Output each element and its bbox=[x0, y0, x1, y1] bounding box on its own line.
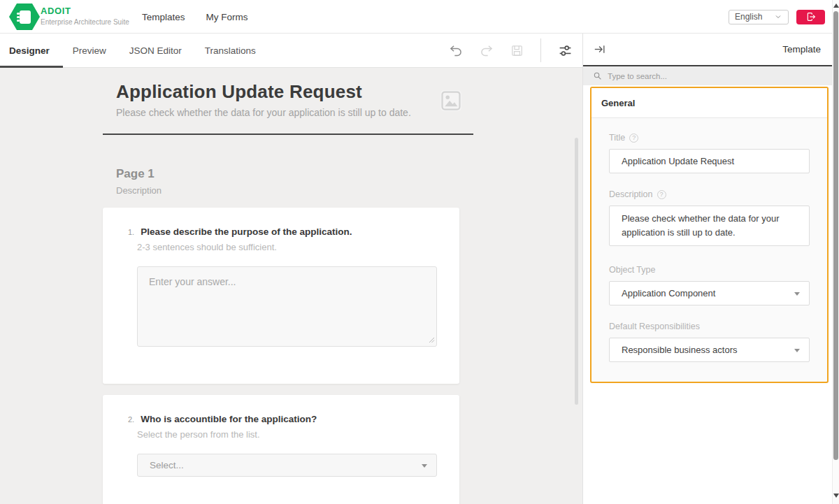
field-description: Description ? Please check whether the d… bbox=[609, 189, 810, 249]
book-icon bbox=[20, 10, 31, 24]
search-icon bbox=[593, 71, 603, 81]
app-window: ADOIT Enterprise Architecture Suite Temp… bbox=[0, 0, 839, 504]
form-title[interactable]: Application Update Request bbox=[116, 81, 362, 103]
field-object-type: Object Type Application Component bbox=[609, 265, 810, 305]
editor-tabbar: Designer Preview JSON Editor Translation… bbox=[0, 34, 582, 68]
question-1-hint: 2-3 sentences should be sufficient. bbox=[137, 242, 459, 252]
panel-header: Template bbox=[583, 34, 832, 66]
logout-button[interactable] bbox=[796, 10, 825, 24]
tab-designer[interactable]: Designer bbox=[9, 45, 50, 56]
canvas-scrollbar-thumb[interactable] bbox=[575, 138, 578, 405]
image-icon bbox=[440, 90, 461, 111]
settings-sliders-icon[interactable] bbox=[558, 43, 573, 58]
resize-handle-icon[interactable] bbox=[428, 336, 435, 343]
form-description[interactable]: Please check whether the data for your a… bbox=[116, 107, 411, 118]
tab-json-editor[interactable]: JSON Editor bbox=[129, 45, 182, 56]
field-default-responsibilities-label-row: Default Responsibilities bbox=[609, 322, 810, 331]
question-2-hint: Select the person from the list. bbox=[137, 429, 459, 440]
help-icon[interactable]: ? bbox=[629, 134, 638, 143]
general-section-header: General bbox=[591, 88, 827, 118]
question-2-header: 2. Who is accountible for the applicatio… bbox=[103, 395, 459, 424]
top-navigation: Templates My Forms bbox=[142, 0, 248, 34]
page-subtitle[interactable]: Description bbox=[116, 185, 162, 196]
nav-item-my-forms[interactable]: My Forms bbox=[206, 12, 248, 22]
header-controls: English bbox=[729, 0, 825, 34]
top-header: ADOIT Enterprise Architecture Suite Temp… bbox=[0, 0, 839, 34]
collapse-panel-icon[interactable] bbox=[593, 43, 606, 56]
object-type-select-value: Application Component bbox=[622, 288, 715, 298]
question-1-answer-wrap bbox=[137, 266, 437, 347]
scrollbar-up-arrow-icon[interactable] bbox=[833, 3, 839, 8]
caret-down-icon bbox=[794, 292, 800, 296]
general-section-body: Title ? Description ? Please check wheth… bbox=[591, 118, 827, 362]
undo-icon[interactable] bbox=[449, 43, 463, 57]
question-2-select[interactable]: Select... bbox=[137, 454, 437, 477]
logout-icon bbox=[805, 11, 817, 22]
default-responsibilities-select[interactable]: Responsible business actors bbox=[609, 338, 810, 362]
field-description-label: Description bbox=[609, 189, 653, 199]
brand-block: ADOIT Enterprise Architecture Suite bbox=[41, 6, 129, 26]
language-select[interactable]: English bbox=[729, 10, 789, 24]
question-2-title: Who is accountible for the application? bbox=[141, 414, 317, 424]
field-default-responsibilities: Default Responsibilities Responsible bus… bbox=[609, 322, 810, 362]
editor-toolbar bbox=[449, 34, 573, 67]
question-1-title: Please describe the purpose of the appli… bbox=[141, 226, 352, 237]
toolbar-divider bbox=[540, 38, 541, 62]
field-object-type-label-row: Object Type bbox=[609, 265, 810, 275]
general-section-title: General bbox=[601, 98, 635, 108]
editor-tabs: Designer Preview JSON Editor Translation… bbox=[9, 34, 256, 67]
field-title: Title ? bbox=[609, 133, 810, 173]
brand-name: ADOIT bbox=[41, 6, 129, 16]
chevron-down-icon bbox=[774, 13, 782, 21]
language-select-value: English bbox=[735, 12, 762, 22]
question-2-number: 2. bbox=[128, 415, 134, 424]
description-textarea[interactable]: Please check whether the data for your a… bbox=[609, 206, 810, 246]
question-card-2[interactable]: 2. Who is accountible for the applicatio… bbox=[103, 395, 459, 504]
nav-item-templates[interactable]: Templates bbox=[142, 12, 185, 22]
page-title[interactable]: Page 1 bbox=[116, 167, 155, 181]
question-1-header: 1. Please describe the purpose of the ap… bbox=[103, 208, 459, 237]
caret-down-icon bbox=[794, 349, 800, 352]
question-2-select-placeholder: Select... bbox=[150, 460, 184, 470]
field-title-label: Title bbox=[609, 133, 625, 143]
save-icon[interactable] bbox=[510, 44, 524, 57]
object-type-select[interactable]: Application Component bbox=[609, 281, 810, 305]
field-default-responsibilities-label: Default Responsibilities bbox=[609, 322, 700, 331]
panel-search bbox=[583, 66, 832, 85]
form-designer-canvas: Application Update Request Please check … bbox=[0, 68, 582, 504]
redo-icon[interactable] bbox=[480, 43, 494, 57]
window-scrollbar[interactable] bbox=[832, 0, 839, 504]
tab-preview[interactable]: Preview bbox=[73, 45, 106, 56]
scrollbar-down-arrow-icon[interactable] bbox=[833, 494, 839, 498]
title-divider bbox=[103, 134, 473, 135]
question-card-1[interactable]: 1. Please describe the purpose of the ap… bbox=[103, 208, 459, 384]
tab-translations[interactable]: Translations bbox=[205, 45, 256, 56]
general-section-box: General Title ? Description ? Please che… bbox=[590, 87, 829, 383]
field-title-label-row: Title ? bbox=[609, 133, 810, 143]
brand-tagline: Enterprise Architecture Suite bbox=[41, 18, 129, 26]
form-image-placeholder[interactable] bbox=[440, 90, 461, 111]
caret-down-icon bbox=[422, 464, 427, 468]
help-icon[interactable]: ? bbox=[657, 190, 666, 199]
search-input[interactable] bbox=[608, 72, 782, 80]
adoit-logo-icon bbox=[9, 3, 40, 30]
question-1-number: 1. bbox=[128, 228, 134, 236]
properties-panel: Template General Title ? bbox=[582, 34, 832, 504]
title-input[interactable] bbox=[609, 149, 810, 173]
scrollbar-thumb[interactable] bbox=[833, 11, 838, 460]
question-1-answer-textarea[interactable] bbox=[137, 266, 437, 347]
default-responsibilities-select-value: Responsible business actors bbox=[622, 345, 737, 355]
field-description-label-row: Description ? bbox=[609, 189, 810, 199]
field-object-type-label: Object Type bbox=[609, 265, 655, 275]
panel-title: Template bbox=[782, 44, 821, 55]
